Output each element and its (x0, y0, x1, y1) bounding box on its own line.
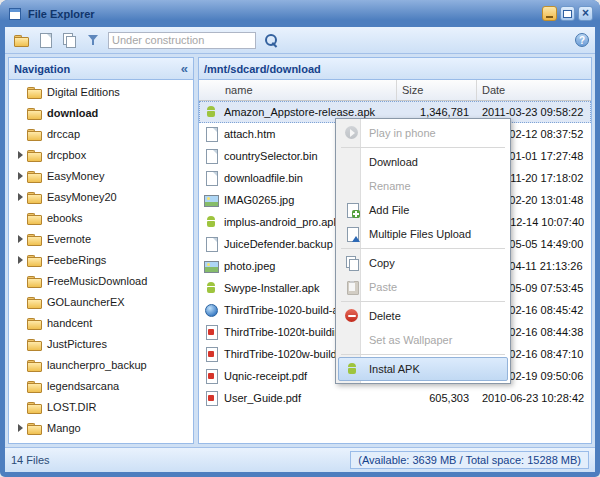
file-type-icon (203, 302, 219, 318)
context-menu-item[interactable]: Download (338, 150, 508, 174)
menu-item-label: Copy (369, 257, 395, 269)
expand-arrow-icon[interactable] (14, 193, 26, 201)
file-size: 1,346,781 (397, 106, 477, 118)
tree-folder-item[interactable] (9, 438, 193, 443)
tree-folder-item[interactable]: FreeMusicDownload (9, 270, 193, 291)
menu-item-icon (344, 125, 360, 141)
file-type-icon (203, 324, 219, 340)
file-type-icon (203, 258, 219, 274)
context-menu-item[interactable]: Play in phone (338, 121, 508, 145)
file-type-icon (203, 192, 219, 208)
folder-name: Digital Editions (47, 86, 120, 98)
expand-arrow-icon[interactable] (14, 151, 26, 159)
collapse-panel-button[interactable]: « (181, 64, 188, 74)
tree-folder-item[interactable]: EasyMoney (9, 165, 193, 186)
app-icon (7, 6, 23, 22)
menu-item-label: Multiple Files Upload (369, 228, 471, 240)
folder-icon (26, 420, 42, 436)
context-menu-item[interactable]: Delete (338, 304, 508, 328)
folder-icon (26, 189, 42, 205)
folder-name: legendsarcana (47, 380, 119, 392)
tree-folder-item[interactable]: drcpbox (9, 144, 193, 165)
column-header-name[interactable]: name (199, 80, 397, 100)
file-name-cell: User_Guide.pdf (199, 390, 397, 406)
maximize-button[interactable] (560, 6, 575, 21)
menu-item-label: Add File (369, 204, 409, 216)
expand-arrow-icon[interactable] (14, 424, 26, 432)
file-type-icon (203, 148, 219, 164)
folder-icon (26, 252, 42, 268)
copy-file-button[interactable] (58, 29, 80, 51)
menu-item-label: Paste (369, 281, 397, 293)
folder-name: LOST.DIR (47, 401, 97, 413)
tree-folder-item[interactable]: launcherpro_backup (9, 354, 193, 375)
grid-header: name Size Date (199, 80, 591, 101)
minimize-button[interactable] (542, 6, 557, 21)
file-type-icon (203, 368, 219, 384)
column-header-date[interactable]: Date (477, 80, 591, 100)
current-path: /mnt/sdcard/download (204, 63, 321, 75)
tree-folder-item[interactable]: handcent (9, 312, 193, 333)
file-name: Amazon_Appstore-release.apk (224, 106, 375, 118)
search-input[interactable] (108, 32, 256, 49)
folder-name: EasyMoney (47, 170, 104, 182)
tree-folder-item[interactable]: LOST.DIR (9, 396, 193, 417)
tree-folder-item[interactable]: download (9, 102, 193, 123)
expand-arrow-icon[interactable] (14, 256, 26, 264)
navigation-title: Navigation (14, 63, 70, 75)
file-name: User_Guide.pdf (224, 392, 301, 404)
file-type-icon (203, 346, 219, 362)
expand-arrow-icon[interactable] (14, 172, 26, 180)
file-size: 605,303 (397, 392, 477, 404)
column-header-size[interactable]: Size (397, 80, 477, 100)
menu-item-icon (344, 255, 360, 271)
context-menu-item[interactable]: Copy (338, 251, 508, 275)
expand-arrow-icon[interactable] (14, 235, 26, 243)
context-menu-item[interactable]: Rename (338, 174, 508, 198)
context-menu-item[interactable]: Set as Wallpaper (338, 328, 508, 352)
close-button[interactable] (578, 6, 593, 21)
tree-folder-item[interactable]: Evernote (9, 228, 193, 249)
file-type-icon (203, 214, 219, 230)
context-menu-item[interactable]: Paste (338, 275, 508, 299)
filter-button[interactable] (82, 29, 104, 51)
context-menu-item[interactable]: Add File (338, 198, 508, 222)
context-menu-item[interactable]: Multiple Files Upload (338, 222, 508, 246)
folder-icon (26, 210, 42, 226)
folder-icon (26, 399, 42, 415)
file-name: countrySelector.bin (224, 150, 318, 162)
new-folder-button[interactable] (10, 29, 32, 51)
file-date: 2011-03-23 09:58:22 (477, 106, 591, 118)
tree-folder-item[interactable]: Mango (9, 417, 193, 438)
tree-folder-item[interactable]: GOLauncherEX (9, 291, 193, 312)
window-controls (542, 6, 593, 21)
tree-folder-item[interactable]: ebooks (9, 207, 193, 228)
file-row[interactable]: User_Guide.pdf 605,303 2010-06-23 10:28:… (199, 387, 591, 409)
tree-folder-item[interactable]: Digital Editions (9, 81, 193, 102)
tree-folder-item[interactable]: drccap (9, 123, 193, 144)
folder-name: FreeMusicDownload (47, 275, 147, 287)
titlebar[interactable]: File Explorer (0, 0, 600, 27)
folder-name: ebooks (47, 212, 82, 224)
tree-folder-item[interactable]: legendsarcana (9, 375, 193, 396)
new-file-button[interactable] (34, 29, 56, 51)
menu-item-label: Instal APK (369, 363, 420, 375)
tree-folder-item[interactable]: EasyMoney20 (9, 186, 193, 207)
folder-icon (26, 315, 42, 331)
folder-icon (26, 378, 42, 394)
toolbar-tools (10, 29, 104, 51)
folder-name: download (47, 107, 98, 119)
file-name: JuiceDefender.backup (224, 238, 333, 250)
context-menu-item[interactable]: Instal APK (338, 357, 508, 381)
file-type-icon (203, 104, 219, 120)
toolbar-icon (85, 32, 101, 48)
folder-name: EasyMoney20 (47, 191, 117, 203)
folder-icon (26, 126, 42, 142)
help-icon[interactable] (574, 32, 590, 48)
tree-folder-item[interactable]: FeebeRings (9, 249, 193, 270)
tree-folder-item[interactable]: JustPictures (9, 333, 193, 354)
folder-name: launcherpro_backup (47, 359, 147, 371)
search-button[interactable] (260, 29, 282, 51)
search-icon (263, 32, 279, 48)
file-name: downloadfile.bin (224, 172, 303, 184)
